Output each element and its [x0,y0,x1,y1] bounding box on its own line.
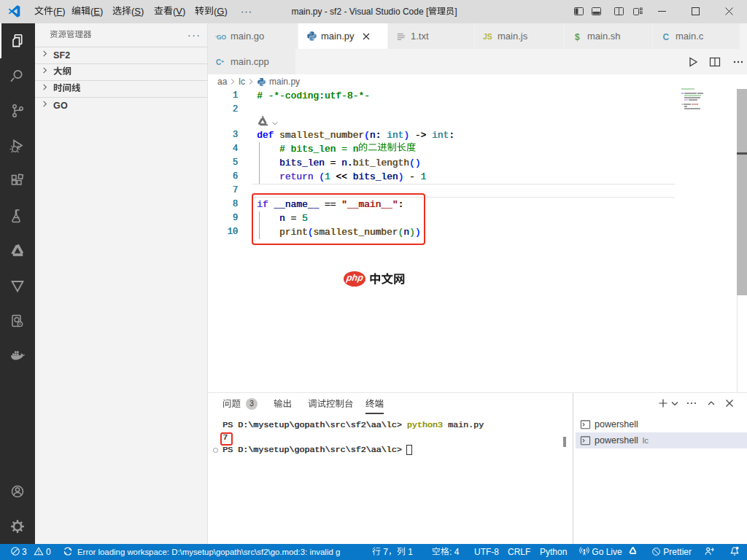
svg-text:C: C [663,32,670,42]
svg-text:GO: GO [217,33,227,40]
svg-text:+: + [221,59,224,64]
svg-text:JS: JS [483,32,492,41]
svg-text:$: $ [575,32,580,42]
